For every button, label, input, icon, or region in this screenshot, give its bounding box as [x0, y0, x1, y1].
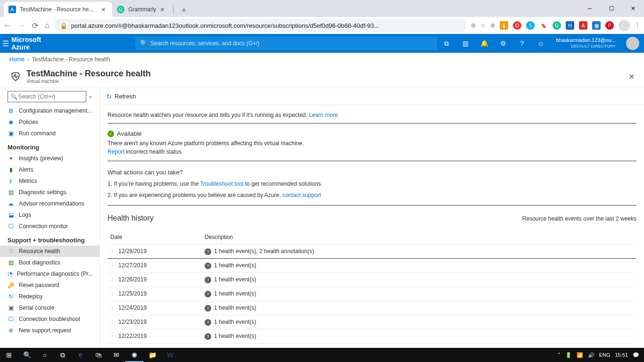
table-row[interactable]: 〉12/23/2019?1 health event(s)	[107, 315, 636, 329]
close-tab-icon[interactable]: ✕	[160, 6, 166, 13]
table-row[interactable]: 〉12/21/2019?1 health event(s)	[107, 344, 636, 348]
forward-button[interactable]: →	[18, 21, 25, 30]
contact-support-link[interactable]: contact support	[282, 192, 321, 198]
block-icon[interactable]: ⊘	[490, 22, 495, 29]
sidebar-item[interactable]: ⬓Logs	[0, 209, 99, 221]
table-row[interactable]: 〉12/27/2019?1 health event(s)	[107, 259, 636, 273]
sidebar-search-input[interactable]	[8, 91, 86, 102]
sidebar-item[interactable]: ◔Performance diagnostics (Pr...	[0, 268, 99, 280]
reload-button[interactable]: ⟳	[32, 21, 38, 30]
star-icon[interactable]: ☆	[480, 22, 486, 29]
sidebar-item[interactable]: ▣Run command	[0, 128, 99, 139]
action-item-2: 2. If you are experiencing problems you …	[107, 192, 636, 198]
new-tab-button[interactable]: +	[177, 4, 190, 17]
ext-icon[interactable]: 🔖	[539, 21, 548, 30]
chrome-icon[interactable]: ◉	[125, 348, 143, 362]
sidebar-item[interactable]: ☁Advisor recommendations	[0, 198, 99, 209]
cloud-shell-icon[interactable]: ⧉	[437, 40, 456, 48]
sidebar-item-icon: ▣	[8, 130, 14, 137]
sidebar-item[interactable]: ▤Diagnostic settings	[0, 187, 99, 198]
col-description: Description	[202, 230, 636, 245]
url-field[interactable]: 🔒 portal.azure.com/#@bhaskarmadan123outl…	[54, 19, 466, 32]
sidebar-item[interactable]: ⊞Configuration management...	[0, 105, 99, 116]
sidebar: 🔍 « ⊞Configuration management...◉Policie…	[0, 88, 100, 347]
actions-title: What actions can you take?	[107, 169, 636, 176]
sidebar-item[interactable]: ⫿Metrics	[0, 175, 99, 187]
ext-icon[interactable]: S	[526, 21, 535, 30]
ext-icon[interactable]: ▮	[500, 21, 508, 30]
sidebar-item[interactable]: 🖵Connection troubleshoot	[0, 313, 99, 325]
store-icon[interactable]: 🛍	[90, 348, 107, 362]
ext-icon[interactable]: O	[513, 21, 521, 30]
minimize-button[interactable]: ─	[579, 0, 601, 17]
sidebar-item-label: Logs	[19, 212, 31, 218]
notifications-icon[interactable]: 🔔	[475, 40, 494, 47]
task-view-icon[interactable]: ⧉	[54, 348, 72, 362]
profile-avatar[interactable]	[619, 20, 630, 31]
refresh-icon: ↻	[107, 93, 112, 100]
close-tab-icon[interactable]: ✕	[101, 6, 107, 13]
wifi-icon[interactable]: 📶	[577, 352, 583, 358]
ext-icon[interactable]: A	[579, 21, 587, 30]
azure-search-input[interactable]	[135, 37, 437, 50]
zoom-icon[interactable]: ⊖	[471, 22, 476, 29]
battery-icon[interactable]: 🔋	[565, 352, 572, 358]
sidebar-item[interactable]: 🖵Connection monitor	[0, 221, 99, 232]
menu-icon[interactable]: ⋮	[635, 22, 640, 29]
learn-more-link[interactable]: Learn more	[309, 112, 338, 118]
sidebar-item[interactable]: ♥Insights (preview)	[0, 153, 99, 164]
refresh-button[interactable]: ↻ Refresh	[107, 93, 136, 100]
maximize-button[interactable]: ☐	[601, 0, 622, 17]
feedback-icon[interactable]: ☺	[531, 40, 550, 47]
collapse-sidebar-icon[interactable]: «	[89, 94, 92, 99]
breadcrumb-home[interactable]: Home	[9, 56, 25, 63]
troubleshoot-tool-link[interactable]: Troubleshoot tool	[200, 181, 243, 187]
report-link[interactable]: Report	[107, 148, 124, 155]
azure-brand[interactable]: Microsoft Azure	[11, 36, 60, 51]
back-button[interactable]: ←	[4, 21, 11, 30]
user-account[interactable]: bhaskarmadan.123@ou... DEFAULT DIRECTORY	[550, 35, 621, 51]
mail-icon[interactable]: ✉	[107, 348, 125, 362]
blade-subtitle: Virtual machine	[26, 79, 151, 84]
hamburger-menu[interactable]: ☰	[0, 39, 11, 48]
sidebar-item[interactable]: ↻Redeploy	[0, 291, 99, 302]
ext-icon[interactable]: ▦	[592, 21, 601, 30]
sidebar-item[interactable]: ◉Policies	[0, 116, 99, 128]
table-row[interactable]: 〉12/22/2019?1 health event(s)	[107, 329, 636, 344]
search-taskbar-icon[interactable]: 🔍	[18, 348, 36, 362]
start-button[interactable]: ⊞	[0, 348, 18, 362]
table-row[interactable]: 〉12/28/2019?1 health event(s), 2 health …	[107, 245, 636, 259]
close-window-button[interactable]: ✕	[622, 0, 644, 17]
chevron-right-icon: 〉	[111, 262, 115, 269]
clock[interactable]: 15:51	[615, 352, 628, 358]
language-indicator[interactable]: ENG	[599, 352, 611, 358]
ext-icon[interactable]: H	[566, 21, 574, 30]
sidebar-item[interactable]: ⊕New support request	[0, 325, 99, 336]
sidebar-item[interactable]: 🔑Reset password	[0, 280, 99, 291]
settings-icon[interactable]: ⚙	[494, 40, 512, 47]
edge-icon[interactable]: e	[72, 348, 90, 362]
ext-icon[interactable]: G	[553, 21, 561, 30]
close-blade-button[interactable]: ✕	[628, 72, 635, 81]
table-row[interactable]: 〉12/26/2019?1 health event(s)	[107, 273, 636, 287]
help-icon[interactable]: ?	[512, 40, 531, 47]
home-button[interactable]: ⌂	[45, 21, 50, 30]
sidebar-item[interactable]: ▣Serial console	[0, 302, 99, 313]
user-avatar[interactable]	[626, 37, 639, 50]
directory-filter-icon[interactable]: ▥	[456, 40, 475, 47]
action-center-icon[interactable]: 💬	[633, 352, 639, 358]
sidebar-item[interactable]: ▮Alerts	[0, 164, 99, 175]
explorer-icon[interactable]: 📁	[143, 348, 161, 362]
table-row[interactable]: 〉12/25/2019?1 health event(s)	[107, 287, 636, 301]
cortana-icon[interactable]: ○	[36, 348, 54, 362]
tray-chevron-icon[interactable]: ˄	[558, 352, 561, 358]
word-icon[interactable]: W	[161, 348, 179, 362]
sidebar-item[interactable]: ▤Boot diagnostics	[0, 257, 99, 268]
sidebar-item-icon: ↻	[8, 293, 14, 300]
ext-icon[interactable]: P	[605, 21, 614, 30]
table-row[interactable]: 〉12/24/2019?1 health event(s)	[107, 301, 636, 315]
sidebar-item[interactable]: ♡Resource health	[0, 246, 99, 257]
volume-icon[interactable]: 🔊	[588, 352, 594, 358]
browser-tab-azure[interactable]: A TestMachine - Resource health - ✕	[4, 2, 112, 17]
browser-tab-grammarly[interactable]: G Grammarly ✕	[112, 2, 171, 17]
